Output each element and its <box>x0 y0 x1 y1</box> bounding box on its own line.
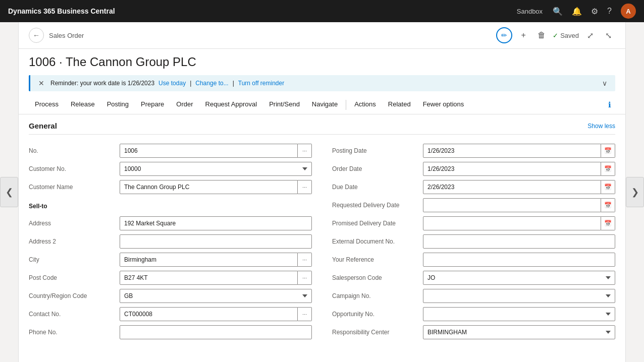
field-posting-date: Posting Date 📅 <box>332 143 615 159</box>
city-lookup-button[interactable]: ··· <box>298 253 312 267</box>
customer-name-input[interactable] <box>120 180 298 194</box>
requested-delivery-date-calendar-button[interactable]: 📅 <box>601 198 615 212</box>
label-customer-name: Customer Name <box>29 184 120 191</box>
contact-no-input[interactable] <box>120 307 298 321</box>
reminder-change-to-link[interactable]: Change to... <box>195 80 228 87</box>
cmd-fewer-options[interactable]: Fewer options <box>417 95 470 114</box>
avatar[interactable]: A <box>621 4 636 19</box>
cmd-print-send[interactable]: Print/Send <box>263 95 306 114</box>
form-left-column: No. ··· Customer No. <box>29 143 312 342</box>
settings-icon[interactable]: ⚙ <box>591 7 598 16</box>
label-opportunity-no: Opportunity No. <box>332 311 423 318</box>
sell-to-sublabel: Sell-to <box>29 199 47 212</box>
address-input[interactable] <box>120 216 312 230</box>
label-your-reference: Your Reference <box>332 256 423 263</box>
label-campaign-no: Campaign No. <box>332 292 423 299</box>
collapse-icon: ⤡ <box>605 31 612 40</box>
responsibility-center-select[interactable]: BIRMINGHAM <box>423 325 615 339</box>
left-chevron-button[interactable]: ❮ <box>0 177 18 207</box>
label-order-date: Order Date <box>332 165 423 172</box>
top-navigation: Dynamics 365 Business Central Sandbox 🔍 … <box>0 0 644 22</box>
right-chevron-button[interactable]: ❯ <box>626 177 644 207</box>
open-in-new-button[interactable]: ⤢ <box>583 28 597 42</box>
reminder-sep2: | <box>233 80 234 87</box>
bell-icon[interactable]: 🔔 <box>572 7 582 16</box>
contact-no-lookup-button[interactable]: ··· <box>298 307 312 321</box>
no-input[interactable] <box>120 144 298 158</box>
cmd-process[interactable]: Process <box>29 95 65 114</box>
command-bar: Process Release Posting Prepare Order Re… <box>19 95 625 114</box>
cmd-related[interactable]: Related <box>382 95 417 114</box>
field-requested-delivery-date: Requested Delivery Date 📅 <box>332 197 615 213</box>
cmd-posting[interactable]: Posting <box>101 95 135 114</box>
help-icon[interactable]: ? <box>607 7 612 16</box>
field-due-date: Due Date 📅 <box>332 179 615 195</box>
reminder-expand-icon[interactable]: ∨ <box>602 79 607 87</box>
label-requested-delivery-date: Requested Delivery Date <box>332 202 423 209</box>
sell-to-sublabel-row: Sell-to <box>29 197 312 213</box>
field-customer-no: Customer No. 10000 <box>29 161 312 177</box>
label-customer-no: Customer No. <box>29 165 120 172</box>
label-due-date: Due Date <box>332 184 423 191</box>
due-date-input[interactable] <box>423 180 601 194</box>
cmd-navigate[interactable]: Navigate <box>306 95 344 114</box>
campaign-no-select[interactable] <box>423 289 615 303</box>
field-promised-delivery-date: Promised Delivery Date 📅 <box>332 215 615 231</box>
opportunity-no-select[interactable] <box>423 307 615 321</box>
cmd-actions[interactable]: Actions <box>348 95 382 114</box>
cmd-request-approval[interactable]: Request Approval <box>199 95 263 114</box>
posting-date-calendar-button[interactable]: 📅 <box>601 144 615 158</box>
add-button[interactable]: + <box>516 28 530 42</box>
cmd-release[interactable]: Release <box>65 95 101 114</box>
app-brand: Dynamics 365 Business Central <box>8 7 517 15</box>
promised-delivery-date-calendar-button[interactable]: 📅 <box>601 216 615 230</box>
info-icon[interactable]: ℹ <box>604 96 615 113</box>
country-region-select[interactable]: GB <box>120 289 312 303</box>
edit-button[interactable]: ✏ <box>496 27 512 43</box>
address2-input[interactable] <box>120 234 312 249</box>
back-button[interactable]: ← <box>29 28 44 43</box>
reminder-turn-off-link[interactable]: Turn off reminder <box>238 80 284 87</box>
order-date-input[interactable] <box>423 162 601 176</box>
phone-no-input[interactable] <box>120 325 312 339</box>
check-icon: ✓ <box>553 32 558 39</box>
customer-name-lookup-button[interactable]: ··· <box>298 180 312 194</box>
your-reference-input[interactable] <box>423 253 615 267</box>
field-post-code: Post Code ··· <box>29 270 312 286</box>
back-icon: ← <box>33 31 40 39</box>
search-icon[interactable]: 🔍 <box>553 7 563 16</box>
field-customer-name: Customer Name ··· <box>29 179 312 195</box>
post-code-lookup-button[interactable]: ··· <box>298 271 312 285</box>
reminder-close-button[interactable]: ✕ <box>38 79 44 87</box>
promised-delivery-date-input[interactable] <box>423 216 601 230</box>
page-content: ← Sales Order ✏ + 🗑 ✓ Saved ⤢ <box>18 22 626 362</box>
requested-delivery-date-input[interactable] <box>423 198 601 212</box>
collapse-button[interactable]: ⤡ <box>601 28 615 42</box>
field-order-date: Order Date 📅 <box>332 161 615 177</box>
label-contact-no: Contact No. <box>29 311 120 318</box>
field-country-region: Country/Region Code GB <box>29 288 312 304</box>
field-opportunity-no: Opportunity No. <box>332 306 615 322</box>
city-input[interactable] <box>120 253 298 267</box>
field-campaign-no: Campaign No. <box>332 288 615 304</box>
trash-icon: 🗑 <box>538 31 546 40</box>
show-less-link[interactable]: Show less <box>587 123 615 130</box>
post-code-input[interactable] <box>120 271 298 285</box>
field-address2: Address 2 <box>29 233 312 250</box>
customer-no-select[interactable]: 10000 <box>120 162 312 176</box>
label-no: No. <box>29 147 120 154</box>
reminder-use-today-link[interactable]: Use today <box>158 80 186 87</box>
external-doc-no-input[interactable] <box>423 234 615 249</box>
cmd-order[interactable]: Order <box>170 95 199 114</box>
order-date-calendar-button[interactable]: 📅 <box>601 162 615 176</box>
label-salesperson-code: Salesperson Code <box>332 274 423 281</box>
field-address: Address <box>29 215 312 231</box>
cmd-prepare[interactable]: Prepare <box>135 95 170 114</box>
no-lookup-button[interactable]: ··· <box>298 144 312 158</box>
posting-date-input[interactable] <box>423 144 601 158</box>
label-external-doc-no: External Document No. <box>332 238 423 245</box>
salesperson-code-select[interactable]: JO <box>423 271 615 285</box>
saved-text: Saved <box>560 32 579 39</box>
due-date-calendar-button[interactable]: 📅 <box>601 180 615 194</box>
delete-button[interactable]: 🗑 <box>534 28 549 42</box>
